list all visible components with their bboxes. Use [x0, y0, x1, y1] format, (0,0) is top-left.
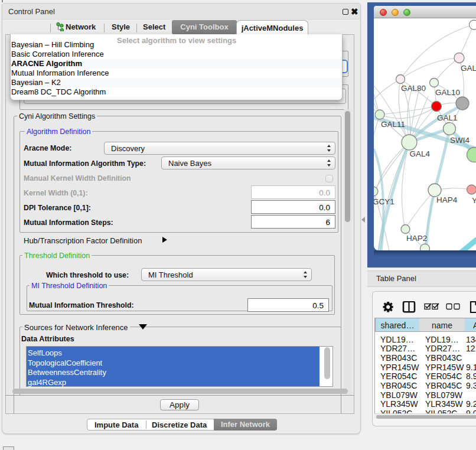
svg-text:GAL4: GAL4: [410, 149, 431, 158]
svg-text:HAP2: HAP2: [406, 234, 427, 243]
svg-text:GAL80: GAL80: [401, 84, 426, 93]
svg-text:GAL11: GAL11: [381, 120, 405, 129]
svg-text:SWI4: SWI4: [450, 136, 470, 145]
svg-text:GAL10: GAL10: [435, 88, 460, 97]
svg-text:GAL1: GAL1: [437, 113, 458, 122]
svg-text:GCY1: GCY1: [374, 197, 395, 206]
svg-text:GAL2: GAL2: [461, 64, 476, 73]
svg-text:YM: YM: [472, 196, 476, 205]
svg-text:HAP4: HAP4: [436, 195, 458, 204]
